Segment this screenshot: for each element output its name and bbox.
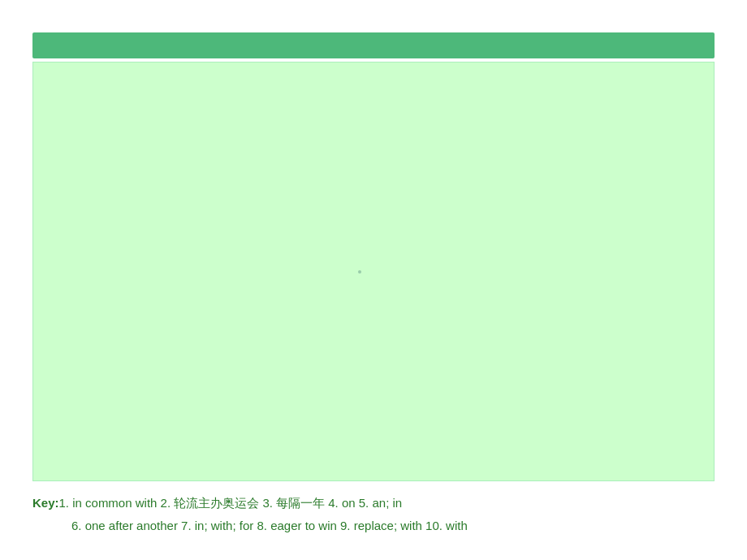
key-line-1: Key:1. in common with 2. 轮流主办奥运会 3. 每隔一年…	[32, 493, 715, 514]
page-container: Key:1. in common with 2. 轮流主办奥运会 3. 每隔一年…	[0, 0, 747, 560]
dot-indicator	[358, 270, 361, 274]
key-line-1-text: 1. in common with 2. 轮流主办奥运会 3. 每隔一年 4. …	[59, 496, 403, 510]
main-content-area	[32, 62, 715, 481]
key-line-2-text: 6. one after another 7. in; with; for 8.…	[71, 519, 468, 532]
key-line-2: 6. one after another 7. in; with; for 8.…	[32, 515, 715, 536]
key-label: Key:	[32, 496, 59, 510]
key-section: Key:1. in common with 2. 轮流主办奥运会 3. 每隔一年…	[32, 481, 715, 544]
green-header-bar	[32, 32, 715, 58]
